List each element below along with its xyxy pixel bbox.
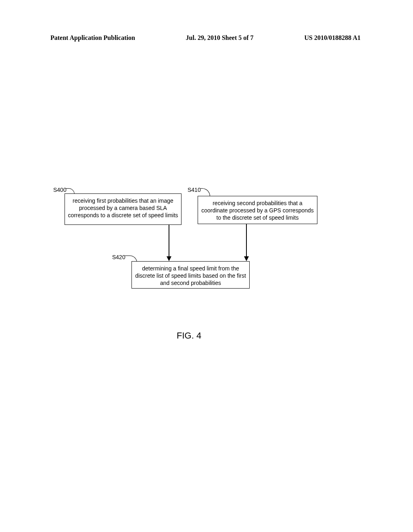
figure-caption: FIG. 4 <box>177 330 201 341</box>
arrowhead-icon <box>244 256 249 261</box>
step-label-s400: S400 <box>53 187 67 193</box>
flowchart-box-s420: determining a final speed limit from the… <box>131 261 250 289</box>
flowchart-box-s400: receiving first probabilities that an im… <box>65 193 181 225</box>
connector-curve-s410 <box>200 188 210 196</box>
page-header: Patent Application Publication Jul. 29, … <box>0 34 413 42</box>
header-right: US 2010/0188288 A1 <box>304 34 361 42</box>
header-left: Patent Application Publication <box>50 34 135 42</box>
step-label-s410: S410 <box>188 187 201 193</box>
step-label-s420: S420 <box>112 254 125 260</box>
arrow-line-left <box>169 225 169 257</box>
flowchart-box-s410: receiving second probabilities that a co… <box>198 196 317 224</box>
arrowhead-icon <box>167 256 171 261</box>
arrow-line-right <box>246 224 247 257</box>
header-center: Jul. 29, 2010 Sheet 5 of 7 <box>186 34 254 42</box>
